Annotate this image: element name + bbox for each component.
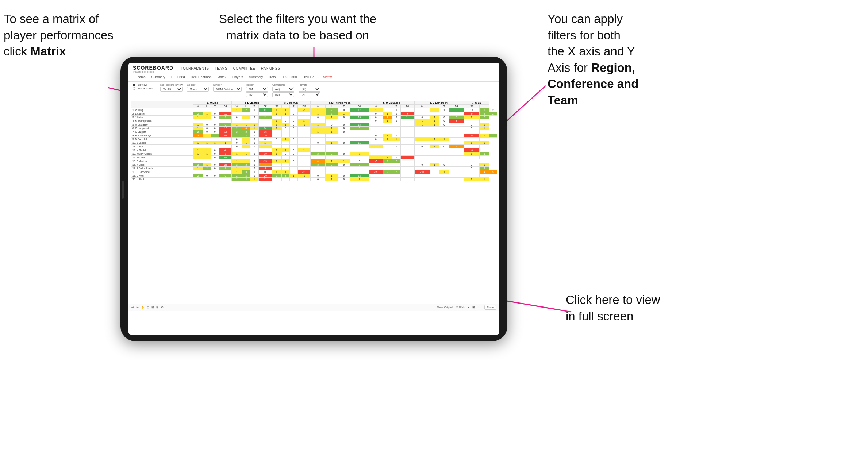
matrix-cell <box>193 108 203 112</box>
matrix-cell <box>297 127 310 130</box>
matrix-cell: 0 <box>289 108 297 112</box>
nav-committee[interactable]: COMMITTEE <box>233 66 255 72</box>
matrix-cell <box>310 156 326 159</box>
matrix-cell <box>414 156 430 159</box>
nav-tournaments[interactable]: TOURNAMENTS <box>181 66 209 72</box>
annotation-br-l1: Click here to view <box>566 293 660 306</box>
matrix-cell <box>272 156 281 159</box>
matrix-cell: 1 <box>272 119 281 123</box>
matrix-cell: 0 <box>211 156 219 159</box>
matrix-cell <box>401 178 414 181</box>
tab-matrix-active[interactable]: Matrix <box>320 73 335 81</box>
matrix-cell <box>310 119 326 123</box>
settings-icon[interactable]: ⚙ <box>161 306 164 309</box>
undo-icon[interactable]: ↩ <box>131 306 134 309</box>
matrix-cell <box>281 130 289 134</box>
matrix-cell: 1 <box>383 156 392 159</box>
matrix-cell: 0 <box>338 123 350 127</box>
matrix-cell: 0 <box>430 170 439 174</box>
filter-div-select[interactable]: NCAA Division I <box>213 87 242 92</box>
matrix-cell: 0 <box>232 116 242 119</box>
filter-players-select1[interactable]: (All) <box>299 87 320 92</box>
matrix-cell: 1 <box>430 163 439 167</box>
matrix-cell <box>326 167 338 170</box>
tab-summary[interactable]: Summary <box>149 73 169 81</box>
matrix-cell <box>250 156 258 159</box>
matrix-cell: 2 <box>193 112 203 116</box>
matrix-cell: 0 <box>439 163 449 167</box>
matrix-cell: 0 <box>250 163 258 167</box>
tab-h2h-he[interactable]: H2H He... <box>300 73 320 81</box>
matrix-cell: 0 <box>281 127 289 130</box>
radio-full-view[interactable]: Full View <box>133 84 153 86</box>
matrix-cell: 1 <box>310 127 326 130</box>
filter-max-select[interactable]: Top 25 <box>160 87 183 92</box>
zoom-in-icon[interactable]: ⊞ <box>151 306 154 309</box>
player-name-cell: 14. J Lundin <box>131 156 193 159</box>
matrix-cell: 1 <box>414 119 430 123</box>
matrix-cell <box>289 134 297 138</box>
tab-matrix-left[interactable]: Matrix <box>215 73 230 81</box>
pan-icon[interactable]: ✋ <box>141 306 145 309</box>
grid-icon[interactable]: ⊞ <box>472 306 475 309</box>
zoom-fit-icon[interactable]: ⊡ <box>147 306 149 309</box>
matrix-cell: 0 <box>250 174 258 178</box>
matrix-cell: 0 <box>250 108 258 112</box>
tab-h2h-heatmap[interactable]: H2H Heatmap <box>188 73 215 81</box>
filter-players-select2[interactable]: (All) <box>299 92 320 97</box>
matrix-cell <box>369 123 383 127</box>
matrix-cell: -7 <box>369 159 383 163</box>
matrix-cell: 2 <box>193 163 203 167</box>
filter-region-select2[interactable]: N/A <box>246 92 268 97</box>
filter-region-select1[interactable]: N/A <box>246 87 268 92</box>
matrix-cell <box>211 170 219 174</box>
matrix-cell: 0 <box>289 152 297 156</box>
matrix-cell <box>414 174 430 178</box>
matrix-cell <box>369 130 383 134</box>
filter-gender-select[interactable]: Men's <box>187 87 209 92</box>
matrix-cell <box>326 170 338 174</box>
matrix-cell: 1 <box>479 123 489 127</box>
matrix-cell <box>297 167 310 170</box>
tab-h2h-grid[interactable]: H2H Grid <box>168 73 188 81</box>
redo-icon[interactable]: ↪ <box>136 306 139 309</box>
matrix-cell: 2 <box>232 163 242 167</box>
tab-h2h-grid2[interactable]: H2H Grid <box>280 73 300 81</box>
matrix-cell <box>297 159 310 163</box>
matrix-cell <box>439 130 449 134</box>
matrix-cell <box>219 170 232 174</box>
tab-detail[interactable]: Detail <box>266 73 280 81</box>
matrix-cell <box>326 134 338 138</box>
matrix-cell <box>350 134 369 138</box>
tab-players[interactable]: Players <box>229 73 246 81</box>
matrix-cell <box>369 167 383 170</box>
nav-teams[interactable]: TEAMS <box>215 66 227 72</box>
matrix-cell <box>430 174 439 178</box>
matrix-cell <box>232 156 242 159</box>
fullscreen-icon[interactable]: ⛶ <box>478 305 481 309</box>
matrix-cell <box>203 178 211 181</box>
col-header-player <box>131 101 193 108</box>
matrix-cell <box>297 138 310 141</box>
nav-rankings[interactable]: RANKINGS <box>261 66 280 72</box>
matrix-cell <box>449 174 464 178</box>
matrix-cell <box>338 119 350 123</box>
watch-label[interactable]: 👁 Watch ▼ <box>456 306 469 309</box>
radio-compact-view[interactable]: Compact View <box>133 87 153 90</box>
matrix-cell <box>219 178 232 181</box>
matrix-cell: 0 <box>211 174 219 178</box>
matrix-cell: -6 <box>401 112 414 116</box>
matrix-cell <box>326 119 338 123</box>
share-button[interactable]: Share <box>484 305 496 310</box>
tab-teams[interactable]: Teams <box>133 73 149 81</box>
matrix-cell: 2 <box>232 127 242 130</box>
filter-conf-select2[interactable]: (All) <box>272 92 294 97</box>
matrix-cell: 1 <box>242 123 250 127</box>
tab-summary2[interactable]: Summary <box>246 73 266 81</box>
matrix-cell <box>449 127 464 130</box>
zoom-out-icon[interactable]: ⊟ <box>156 306 159 309</box>
subh-l5: L <box>383 105 392 108</box>
filter-conf-select1[interactable]: (All) <box>272 87 294 92</box>
matrix-cell <box>439 127 449 130</box>
matrix-cell <box>449 148 464 152</box>
